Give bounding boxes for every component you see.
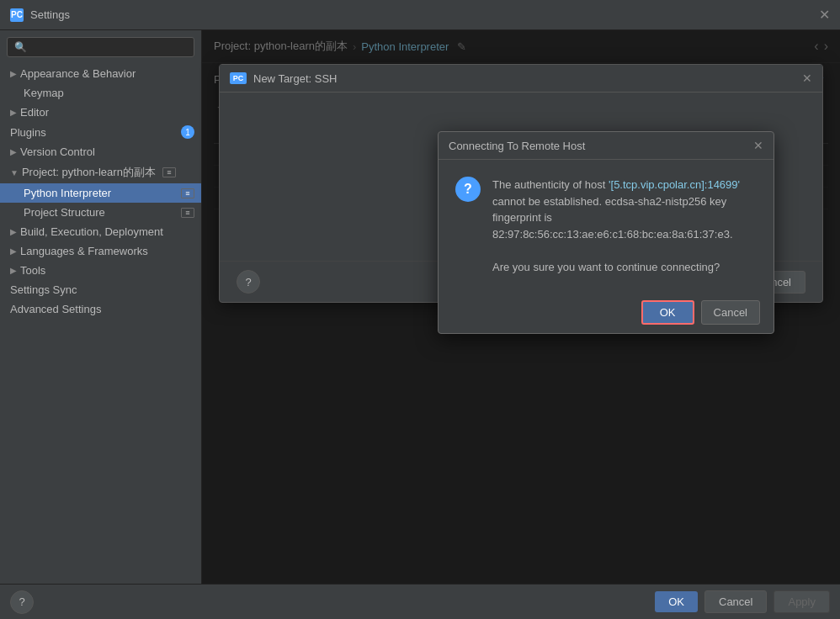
- sidebar-item-advanced-settings[interactable]: Advanced Settings: [0, 299, 201, 319]
- plugins-badge: 1: [181, 125, 194, 139]
- remote-dialog-footer: OK Cancel: [439, 292, 774, 333]
- sidebar-item-label: Languages & Frameworks: [20, 245, 148, 257]
- content-area: Project: python-learn的副本 › Python Interp…: [202, 30, 840, 584]
- dialog-close-button[interactable]: ✕: [802, 71, 812, 85]
- apply-bottom-button[interactable]: Apply: [774, 590, 830, 613]
- module-icon: ≡: [181, 188, 194, 198]
- expand-arrow: ▼: [10, 168, 19, 177]
- dialog-pc-icon: PC: [230, 72, 247, 84]
- sidebar-item-settings-sync[interactable]: Settings Sync: [0, 280, 201, 299]
- sidebar-item-python-interpreter[interactable]: Python Interpreter ≡: [0, 183, 201, 203]
- sidebar-item-project-structure[interactable]: Project Structure ≡: [0, 203, 201, 222]
- search-input[interactable]: [7, 37, 194, 57]
- sidebar-item-version-control[interactable]: ▶ Version Control: [0, 142, 201, 161]
- ok-bottom-button[interactable]: OK: [655, 591, 698, 612]
- expand-arrow: ▶: [10, 147, 17, 156]
- expand-arrow: ▶: [10, 108, 17, 117]
- remote-host-address: '[5.tcp.vip.cpolar.cn]:14699': [609, 178, 740, 191]
- title-bar-text: Settings: [30, 8, 70, 21]
- expand-arrow: ▶: [10, 246, 17, 256]
- help-button[interactable]: ?: [10, 590, 34, 614]
- module-icon: ≡: [181, 208, 194, 218]
- remote-dialog-close-button[interactable]: ✕: [753, 139, 763, 152]
- sidebar-item-label: Editor: [20, 106, 49, 119]
- cancel-bottom-button[interactable]: Cancel: [704, 590, 767, 613]
- sidebar-item-appearance[interactable]: ▶ Appearance & Behavior: [0, 64, 201, 83]
- cancel-remote-button[interactable]: Cancel: [701, 300, 760, 325]
- sidebar-item-label: Project: python-learn的副本: [22, 165, 156, 180]
- sidebar-item-label: Build, Execution, Deployment: [20, 225, 163, 238]
- sidebar-item-label: Keymap: [24, 87, 64, 99]
- sidebar-item-languages[interactable]: ▶ Languages & Frameworks: [0, 241, 201, 261]
- bottom-bar: ? OK Cancel Apply: [0, 584, 840, 619]
- remote-dialog-header: Connecting To Remote Host ✕: [439, 132, 774, 160]
- sidebar: ▶ Appearance & Behavior Keymap ▶ Editor …: [0, 30, 202, 584]
- sidebar-item-plugins[interactable]: Plugins 1: [0, 122, 201, 142]
- ok-button[interactable]: OK: [641, 300, 694, 325]
- fingerprint-value: 82:97:8c:56:cc:13:ae:e6:c1:68:bc:ea:8a:6…: [492, 228, 733, 241]
- main-layout: ▶ Appearance & Behavior Keymap ▶ Editor …: [0, 30, 840, 584]
- remote-message-part2: cannot be established. ecdsa-sha2-nistp2…: [492, 195, 726, 225]
- sidebar-item-editor[interactable]: ▶ Editor: [0, 103, 201, 122]
- sidebar-item-label: Appearance & Behavior: [20, 67, 136, 80]
- dialog-header: PC New Target: SSH ✕: [220, 65, 822, 93]
- sidebar-item-tools[interactable]: ▶ Tools: [0, 261, 201, 280]
- sidebar-item-label: Plugins: [10, 126, 46, 139]
- search-box: [0, 30, 201, 64]
- remote-dialog-title: Connecting To Remote Host: [449, 140, 585, 152]
- dialog-help-button[interactable]: ?: [237, 270, 260, 294]
- sidebar-item-label: Tools: [20, 264, 45, 277]
- sidebar-item-label: Settings Sync: [10, 283, 77, 296]
- sidebar-item-label: Advanced Settings: [10, 303, 101, 315]
- sidebar-item-project[interactable]: ▼ Project: python-learn的副本 ≡: [0, 161, 201, 183]
- info-icon: ?: [455, 177, 481, 202]
- continue-question: Are you sure you want to continue connec…: [492, 261, 720, 273]
- remote-host-dialog: Connecting To Remote Host ✕ ? The authen…: [438, 131, 774, 334]
- dialog-title: New Target: SSH: [253, 72, 802, 85]
- title-bar: PC Settings ✕: [0, 0, 840, 30]
- sidebar-item-label: Project Structure: [24, 206, 105, 219]
- sidebar-item-label: Python Interpreter: [24, 187, 111, 199]
- sidebar-item-label: Version Control: [20, 145, 95, 158]
- sidebar-item-keymap[interactable]: Keymap: [0, 83, 201, 103]
- expand-arrow: ▶: [10, 69, 17, 78]
- project-icon: ≡: [162, 167, 176, 177]
- expand-arrow: ▶: [10, 266, 17, 275]
- remote-dialog-message: The authenticity of host '[5.tcp.vip.cpo…: [492, 177, 757, 275]
- remote-message-part1: The authenticity of host: [492, 178, 609, 191]
- app-icon: PC: [10, 8, 24, 22]
- sidebar-item-build[interactable]: ▶ Build, Execution, Deployment: [0, 222, 201, 241]
- remote-dialog-body: ? The authenticity of host '[5.tcp.vip.c…: [439, 160, 774, 292]
- close-icon[interactable]: ✕: [819, 8, 830, 22]
- expand-arrow: ▶: [10, 227, 17, 236]
